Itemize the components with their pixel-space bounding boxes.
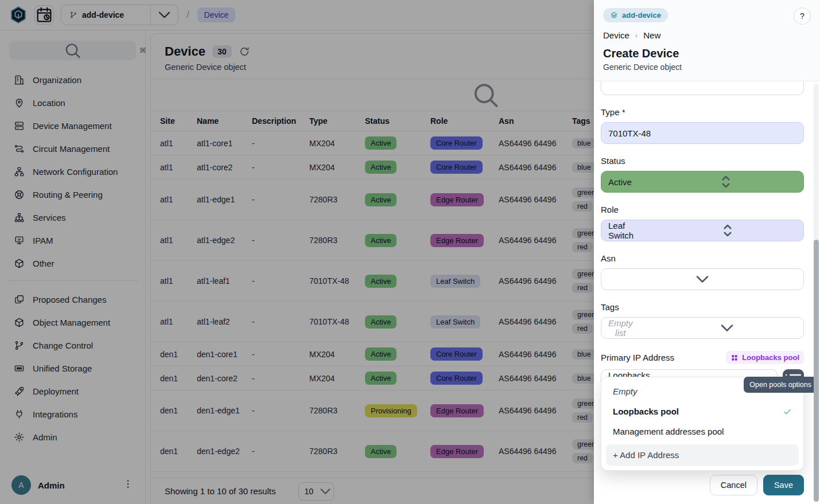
drawer-subtitle: Generic Device object xyxy=(603,62,811,72)
type-value: 7010TX-48 xyxy=(608,128,796,138)
role-select[interactable]: Leaf Switch xyxy=(601,220,804,241)
drawer-header: add-device ? Device › New Create Device … xyxy=(594,0,820,81)
dropdown-option-management-addresses-pool[interactable]: Management addresses pool xyxy=(606,421,799,442)
breadcrumb-current: New xyxy=(643,30,660,40)
status-label: Status xyxy=(601,156,804,166)
layers-icon xyxy=(610,11,618,19)
drawer-footer: Cancel Save xyxy=(594,468,820,504)
type-input[interactable]: 7010TX-48 xyxy=(601,122,804,144)
drawer-branch-name: add-device xyxy=(622,11,661,19)
type-label: Type * xyxy=(601,107,804,117)
cancel-button[interactable]: Cancel xyxy=(710,475,757,495)
dropdown-option-label: Management addresses pool xyxy=(613,427,724,436)
status-select[interactable]: Active xyxy=(601,171,804,193)
pools-options-tooltip: Open pools options xyxy=(744,377,817,393)
chevrons-up-down-icon xyxy=(632,171,820,192)
breadcrumb-chevron: › xyxy=(635,31,638,40)
drawer-title: Create Device xyxy=(603,47,811,60)
drawer-branch-chip[interactable]: add-device xyxy=(603,8,668,22)
chevron-down-icon xyxy=(633,318,820,338)
chevron-down-icon xyxy=(608,269,796,290)
role-value: Leaf Switch xyxy=(608,221,634,240)
help-button[interactable]: ? xyxy=(794,7,811,25)
drawer-breadcrumb: Device › New xyxy=(603,30,811,40)
tags-label: Tags xyxy=(601,302,804,312)
asn-select[interactable] xyxy=(601,268,804,290)
app-window: add-device / Device ⌘K OrganizationLocat… xyxy=(0,0,820,504)
scrolled-field[interactable] xyxy=(601,81,804,95)
asn-label: Asn xyxy=(601,253,804,263)
check-icon xyxy=(783,407,792,416)
status-value: Active xyxy=(608,177,632,187)
breadcrumb-parent[interactable]: Device xyxy=(603,30,629,40)
primary-ip-label: Primary IP Address xyxy=(601,353,674,362)
drawer-scrollbar[interactable] xyxy=(814,84,819,502)
pool-badge-label: Loopbacks pool xyxy=(742,353,799,362)
dropdown-option-label: Loopbacks pool xyxy=(613,407,679,416)
dropdown-option-label: Empty xyxy=(613,386,638,396)
chevrons-up-down-icon xyxy=(634,220,820,241)
scrollbar-thumb[interactable] xyxy=(814,240,819,502)
pool-badge[interactable]: Loopbacks pool xyxy=(726,351,804,364)
tags-select[interactable]: Empty list xyxy=(601,317,804,339)
role-label: Role xyxy=(601,205,804,214)
save-button[interactable]: Save xyxy=(763,475,804,495)
create-device-drawer: add-device ? Device › New Create Device … xyxy=(594,0,820,504)
tags-placeholder: Empty list xyxy=(608,318,633,338)
grid-icon xyxy=(730,354,739,362)
dropdown-option-loopbacks-pool[interactable]: Loopbacks pool xyxy=(606,401,799,421)
add-ip-address-button[interactable]: + Add IP Address xyxy=(606,444,799,466)
